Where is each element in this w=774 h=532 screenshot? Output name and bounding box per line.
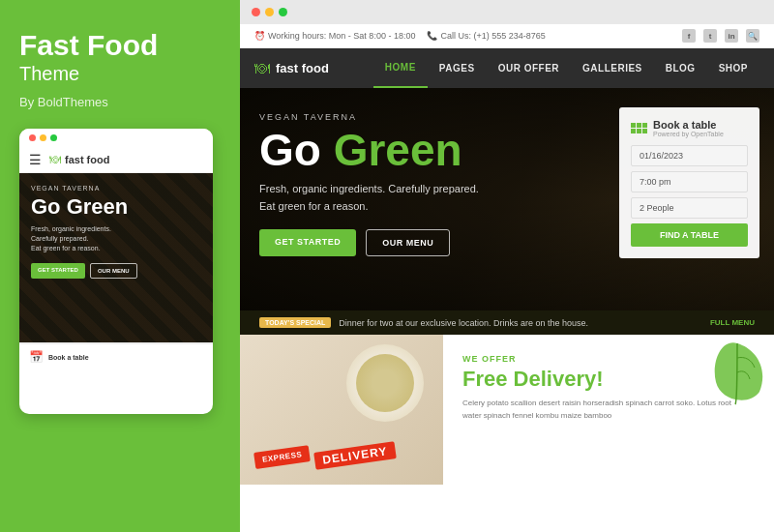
mobile-get-started-button[interactable]: GET STARTED — [31, 263, 85, 279]
browser-chrome — [240, 0, 774, 24]
top-bar-right: f t in 🔍 — [682, 29, 759, 43]
leaf-decoration — [711, 339, 764, 406]
by-text: By BoldThemes — [19, 95, 221, 109]
mobile-calendar-icon: 📅 — [29, 350, 44, 364]
hero-get-started-button[interactable]: GET STARTED — [259, 229, 356, 256]
browser-dot-yellow — [265, 8, 274, 16]
right-panel: ⏰ Working hours: Mon - Sat 8:00 - 18:00 … — [240, 0, 774, 532]
delivery-description: Celery potato scallion desert raisin hor… — [462, 398, 733, 423]
nav-item-pages[interactable]: PAGES — [428, 49, 487, 87]
special-text: Dinner for two at our exclusive location… — [339, 318, 588, 328]
hero-section: VEGAN TAVERNA Go Green Fresh, organic in… — [240, 88, 774, 310]
book-date-field[interactable]: 01/16/2023 — [631, 145, 748, 166]
nav-logo-area: 🍽 fast food — [254, 50, 343, 87]
main-nav: 🍽 fast food HOME PAGES OUR OFFER GALLERI… — [240, 48, 774, 88]
instagram-icon[interactable]: in — [725, 29, 738, 43]
working-hours-text: Working hours: Mon - Sat 8:00 - 18:00 — [268, 31, 415, 41]
twitter-icon[interactable]: t — [703, 29, 717, 43]
mobile-dot-red — [29, 134, 36, 141]
mobile-logo-icon: 🍽 — [49, 153, 61, 166]
nav-logo-icon: 🍽 — [254, 60, 270, 77]
phone-icon: 📞 — [427, 31, 437, 41]
mobile-hero-btns: GET STARTED OUR MENU — [31, 263, 201, 279]
mobile-mockup: ☰ 🍽 fast food VEGAN TAVERNA Go Green Fre… — [19, 129, 213, 414]
brand-title: Fast Food — [19, 29, 221, 61]
full-menu-link[interactable]: FULL MENU — [710, 318, 755, 327]
hero-our-menu-button[interactable]: OUR MENU — [366, 229, 450, 256]
mobile-book-bar: 📅 Book a table — [19, 342, 213, 369]
express-text: EXPRESS — [253, 445, 311, 469]
working-hours: ⏰ Working hours: Mon - Sat 8:00 - 18:00 — [254, 31, 415, 41]
book-party-field[interactable]: 2 People — [631, 197, 748, 219]
nav-item-shop[interactable]: SHOP — [707, 49, 759, 87]
book-table-widget: Book a table Powered by OpenTable 01/16/… — [619, 107, 759, 258]
mobile-hero: VEGAN TAVERNA Go Green Fresh, organic in… — [19, 173, 213, 342]
mobile-dot-yellow — [40, 134, 46, 141]
nav-item-home[interactable]: HOME — [373, 48, 428, 88]
food-bowl — [346, 344, 424, 422]
book-time-field[interactable]: 7:00 pm — [631, 171, 748, 192]
desktop-site: ⏰ Working hours: Mon - Sat 8:00 - 18:00 … — [240, 24, 774, 517]
mobile-logo-text: fast food — [65, 154, 109, 165]
search-icon[interactable]: 🔍 — [746, 29, 759, 43]
nav-item-blog[interactable]: BLOG — [654, 49, 707, 87]
top-bar: ⏰ Working hours: Mon - Sat 8:00 - 18:00 … — [240, 24, 774, 48]
hamburger-icon: ☰ — [29, 152, 42, 167]
mobile-top-bar — [19, 129, 213, 147]
book-table-header: Book a table Powered by OpenTable — [631, 119, 748, 137]
find-table-button[interactable]: Find a table — [631, 223, 748, 247]
mobile-go-green: Go Green — [31, 195, 201, 219]
clock-icon: ⏰ — [254, 31, 265, 41]
brand-subtitle: Theme — [19, 63, 221, 85]
mobile-book-text: Book a table — [48, 354, 89, 361]
mobile-our-menu-button[interactable]: OUR MENU — [90, 263, 137, 279]
mobile-nav: ☰ 🍽 fast food — [19, 147, 213, 173]
mobile-logo-area: 🍽 fast food — [49, 153, 109, 166]
browser-dot-red — [252, 8, 260, 16]
hero-title-green: Green — [334, 125, 462, 175]
mobile-dot-green — [50, 134, 57, 141]
nav-logo-text: fast food — [276, 61, 329, 75]
book-title: Book a table — [653, 119, 724, 131]
facebook-icon[interactable]: f — [682, 29, 696, 43]
call-us-text: Call Us: (+1) 555 234-8765 — [440, 31, 545, 41]
special-badge: TODAY'S SPECIAL — [259, 317, 331, 328]
bottom-section: EXPRESS DELIVERY WE OFFER Free Delivery!… — [240, 335, 774, 485]
todays-special-bar: TODAY'S SPECIAL Dinner for two at our ex… — [240, 310, 774, 335]
delivery-word: Delivery! — [514, 367, 604, 391]
mobile-vegan-label: VEGAN TAVERNA — [31, 185, 201, 192]
left-panel: Fast Food Theme By BoldThemes ☰ 🍽 fast f… — [0, 0, 240, 532]
mobile-hero-sub: Fresh, organic ingredients. Carefully pr… — [31, 224, 201, 252]
express-delivery-badge: EXPRESS DELIVERY — [254, 445, 395, 465]
nav-item-galleries[interactable]: GALLERIES — [571, 49, 654, 87]
free-word: Free — [462, 367, 507, 391]
browser-dot-green — [279, 8, 287, 16]
book-powered: Powered by OpenTable — [653, 131, 724, 137]
hero-title-go: Go — [259, 125, 321, 175]
call-us: 📞 Call Us: (+1) 555 234-8765 — [427, 31, 545, 41]
delivery-text: DELIVERY — [313, 441, 396, 469]
food-image-area: EXPRESS DELIVERY — [240, 335, 443, 485]
calendar-grid-icon — [631, 123, 647, 133]
nav-item-our-offer[interactable]: OUR OFFER — [487, 49, 571, 87]
top-bar-left: ⏰ Working hours: Mon - Sat 8:00 - 18:00 … — [254, 31, 546, 41]
